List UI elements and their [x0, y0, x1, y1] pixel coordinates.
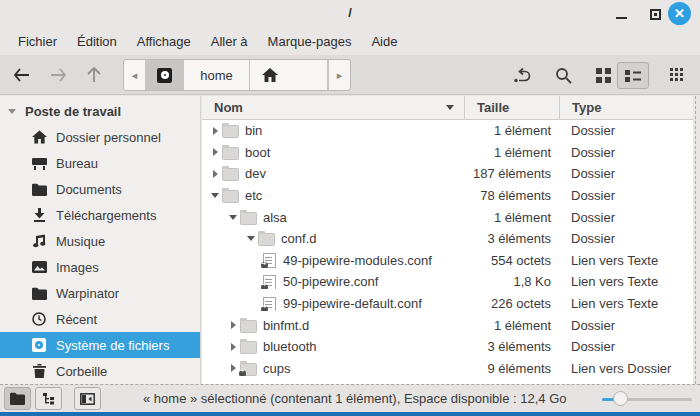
drive-icon	[157, 68, 172, 83]
compact-view-button[interactable]	[662, 62, 692, 89]
expander-icon[interactable]	[208, 127, 222, 135]
table-row-cups[interactable]: cups 9 éléments Lien vers Dossier	[202, 358, 693, 380]
column-header-type[interactable]: Type	[559, 96, 693, 119]
places-toggle-button[interactable]	[4, 387, 31, 410]
file-size: 554 octets	[464, 253, 559, 268]
folder-link-icon	[240, 362, 257, 375]
table-row-50-pipewire[interactable]: 50-pipewire.conf 1,8 Ko Lien vers Texte	[202, 271, 693, 293]
sidebar-item-label: Bureau	[56, 156, 98, 171]
breadcrumb-root[interactable]	[146, 60, 184, 90]
expander-icon[interactable]	[208, 148, 222, 156]
sidebar-root-label: Poste de travail	[25, 104, 121, 119]
statusbar: « home » sélectionné (contenant 1 élémen…	[0, 384, 700, 412]
rows: bin 1 élément Dossier boot 1 élément Dos…	[202, 120, 693, 379]
treeview-toggle-button[interactable]	[35, 387, 62, 410]
menu-affichage[interactable]: Affichage	[127, 30, 201, 53]
maximize-button[interactable]	[644, 4, 666, 24]
expander-icon[interactable]	[208, 193, 222, 198]
file-type: Dossier	[559, 231, 693, 246]
sidebar-item-dossier-personnel[interactable]: Dossier personnel	[0, 124, 200, 150]
file-size: 1 élément	[464, 123, 559, 138]
file-name: 50-pipewire.conf	[283, 274, 378, 289]
file-name: bluetooth	[263, 339, 317, 354]
expander-icon[interactable]	[226, 215, 240, 220]
menubar: Fichier Édition Affichage Aller à Marque…	[0, 27, 700, 55]
menu-aide[interactable]: Aide	[361, 30, 407, 53]
table-row-binfmtd[interactable]: binfmt.d 1 élément Dossier	[202, 314, 693, 336]
menu-aller-a[interactable]: Aller à	[201, 30, 258, 53]
breadcrumb-user-home[interactable]	[250, 60, 328, 90]
window-bottom-accent	[0, 412, 700, 416]
column-header-nom[interactable]: Nom	[202, 96, 464, 119]
trash-icon	[31, 363, 47, 379]
sidebar-item-images[interactable]: Images	[0, 254, 200, 280]
table-row-etc[interactable]: etc 78 éléments Dossier	[202, 185, 693, 207]
hide-sidebar-button[interactable]	[74, 387, 101, 410]
sidebar-item-musique[interactable]: Musique	[0, 228, 200, 254]
chevron-down-icon[interactable]	[8, 109, 16, 114]
expander-icon[interactable]	[244, 236, 258, 241]
zoom-slider[interactable]	[602, 394, 692, 404]
file-name: dev	[245, 166, 266, 181]
table-row-dev[interactable]: dev 187 éléments Dossier	[202, 163, 693, 185]
search-button[interactable]	[548, 62, 578, 89]
table-row-49-pipewire-modules[interactable]: 49-pipewire-modules.conf 554 octets Lien…	[202, 250, 693, 272]
status-text: « home » sélectionné (contenant 1 élémen…	[143, 391, 567, 406]
menu-marque-pages[interactable]: Marque-pages	[258, 30, 362, 53]
close-button[interactable]: ✕	[668, 2, 691, 25]
tree-view-icon	[42, 392, 55, 405]
menu-edition[interactable]: Édition	[67, 30, 127, 53]
hide-sidebar-icon	[80, 393, 95, 405]
table-row-bin[interactable]: bin 1 élément Dossier	[202, 120, 693, 142]
breadcrumb-scroll-right[interactable]: ▸	[328, 60, 350, 90]
column-header-taille[interactable]: Taille	[464, 96, 559, 119]
table-row-bluetooth[interactable]: bluetooth 3 éléments Dossier	[202, 336, 693, 358]
menu-fichier[interactable]: Fichier	[8, 30, 67, 53]
table-row-boot[interactable]: boot 1 élément Dossier	[202, 142, 693, 164]
link-emblem-icon	[261, 262, 268, 268]
file-type: Lien vers Texte	[559, 296, 693, 311]
file-name: 99-pipewire-default.conf	[283, 296, 422, 311]
text-file-link-icon	[262, 253, 277, 267]
sidebar-root-computer[interactable]: Poste de travail	[0, 98, 200, 124]
sidebar-item-corbeille[interactable]: Corbeille	[0, 358, 200, 384]
table-row-confd[interactable]: conf.d 3 éléments Dossier	[202, 228, 693, 250]
folder-icon	[222, 124, 239, 137]
up-button[interactable]	[79, 61, 109, 89]
breadcrumb-scroll-left[interactable]: ◂	[124, 60, 146, 90]
sidebar-item-warpinator[interactable]: Warpinator	[0, 280, 200, 306]
expander-icon[interactable]	[208, 170, 222, 178]
toggle-location-bar-button[interactable]	[508, 62, 538, 89]
forward-button[interactable]	[43, 61, 73, 89]
download-icon	[31, 207, 47, 223]
file-name: conf.d	[281, 231, 316, 246]
list-view-button[interactable]	[617, 62, 649, 89]
sidebar-item-telechargements[interactable]: Téléchargements	[0, 202, 200, 228]
file-size: 9 éléments	[464, 361, 559, 376]
expander-icon[interactable]	[226, 321, 240, 329]
sidebar-item-systeme-de-fichiers[interactable]: Système de fichiers	[0, 332, 200, 358]
breadcrumb-home[interactable]: home	[184, 60, 250, 90]
icon-view-button[interactable]	[588, 62, 618, 89]
folder-icon	[258, 232, 275, 245]
up-arrow-icon	[87, 67, 101, 83]
minimize-button[interactable]	[610, 4, 632, 24]
folder-icon	[31, 285, 47, 301]
sidebar-item-label: Système de fichiers	[56, 338, 169, 353]
expander-icon[interactable]	[226, 364, 240, 372]
table-row-99-pipewire-default[interactable]: 99-pipewire-default.conf 226 octets Lien…	[202, 293, 693, 315]
folder-icon	[222, 167, 239, 180]
list-view-icon	[625, 69, 641, 83]
desktop-icon	[31, 155, 47, 171]
sidebar-item-recent[interactable]: Récent	[0, 306, 200, 332]
table-row-alsa[interactable]: alsa 1 élément Dossier	[202, 206, 693, 228]
back-button[interactable]	[7, 61, 37, 89]
zoom-slider-handle[interactable]	[613, 391, 628, 406]
sidebar-item-documents[interactable]: Documents	[0, 176, 200, 202]
expander-icon[interactable]	[226, 343, 240, 351]
compact-view-icon	[670, 68, 685, 83]
toolbar: ◂ home ▸	[0, 55, 700, 95]
text-file-link-icon	[262, 275, 277, 289]
sidebar-item-bureau[interactable]: Bureau	[0, 150, 200, 176]
folder-icon	[31, 181, 47, 197]
